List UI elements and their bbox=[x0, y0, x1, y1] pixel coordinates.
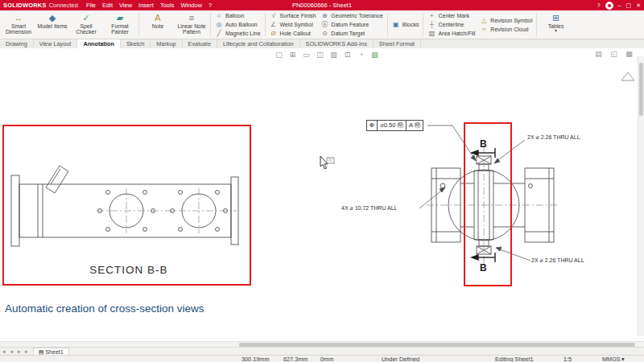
button-label: Revision Symbol bbox=[490, 18, 532, 23]
highlight-box-section-view bbox=[2, 125, 251, 286]
revision-symbol-button[interactable]: △ Revision Symbol bbox=[480, 16, 532, 24]
button-label: Model Items bbox=[37, 23, 67, 29]
graphics-area[interactable]: ▢ ⊞ ▭ ◫ ▥ ⊡ ◔ ▧ ▤ ◱ ▦ SECTION B-B B B 2X… bbox=[0, 48, 644, 341]
button-label: Linear Note Pattern bbox=[175, 23, 208, 35]
hole-callout-bottom-right[interactable]: 2X ⌀ 2.26 THRU ALL bbox=[531, 257, 584, 264]
next-sheet-icon[interactable]: ► bbox=[15, 349, 23, 354]
ribbon-separator bbox=[210, 13, 211, 36]
browser-pane-icon[interactable]: ▤ bbox=[593, 49, 604, 59]
area-hatch-fill-icon: ▨ bbox=[427, 30, 436, 37]
tables-icon: ⊞ bbox=[552, 13, 559, 23]
balloon-button[interactable]: ○ Balloon bbox=[215, 12, 261, 20]
button-label: Balloon bbox=[225, 13, 244, 19]
blocks-button[interactable]: ▣ Blocks bbox=[392, 21, 419, 29]
menu-tools[interactable]: Tools bbox=[160, 2, 175, 9]
spell-checker-button[interactable]: ✓ Spell Checker bbox=[69, 11, 103, 38]
tab-view-layout[interactable]: View Layout bbox=[34, 39, 78, 48]
feature-control-frame[interactable]: ⊕ ⌀0.50 Ⓜ A Ⓜ bbox=[366, 120, 423, 131]
tab-drawing[interactable]: Drawing bbox=[0, 39, 34, 48]
area-hatch-fill-button[interactable]: ▨ Area Hatch/Fill bbox=[427, 30, 475, 38]
view-orientation-icon[interactable]: ▥ bbox=[328, 50, 339, 60]
section-view-icon[interactable]: ◫ bbox=[315, 50, 325, 60]
menu-insert[interactable]: Insert bbox=[138, 2, 154, 9]
sheet-scale: 1:5 bbox=[564, 356, 572, 362]
menu-window[interactable]: Window bbox=[180, 2, 202, 9]
sheet-tab-label: Sheet1 bbox=[45, 349, 63, 355]
hide-show-items-icon[interactable]: ◔ bbox=[356, 50, 366, 60]
menu-file[interactable]: File bbox=[86, 2, 96, 9]
window-controls: ? – ▢ ✕ bbox=[597, 0, 641, 10]
brand-suffix: Connected bbox=[49, 2, 78, 9]
button-label: Datum Target bbox=[331, 31, 365, 36]
centerline-button[interactable]: ┼ Centerline bbox=[427, 21, 475, 29]
hole-callout-left[interactable]: 4X ⌀ 10.72 THRU ALL bbox=[341, 205, 397, 212]
command-manager-ribbon: ↔ Smart Dimension ◆ Model Items ✓ Spell … bbox=[0, 10, 644, 39]
vertical-scrollbar[interactable] bbox=[638, 56, 644, 336]
task-pane-icon[interactable]: ▦ bbox=[624, 49, 634, 59]
hole-callout-top-right[interactable]: 2X ⌀ 2.26 THRU ALL bbox=[527, 134, 580, 141]
previous-sheet-icon[interactable]: ◄ bbox=[7, 349, 14, 354]
model-items-button[interactable]: ◆ Model Items bbox=[35, 11, 69, 38]
previous-view-icon[interactable]: ▭ bbox=[301, 50, 312, 60]
center-mark-button[interactable]: + Center Mark bbox=[427, 12, 475, 20]
model-items-icon: ◆ bbox=[49, 13, 56, 23]
geometric-tolerance-icon: ⊕ bbox=[320, 12, 328, 19]
datum-target-button[interactable]: ⊙ Datum Target bbox=[320, 30, 382, 38]
minimize-icon[interactable]: – bbox=[618, 0, 621, 10]
linear-note-pattern-button[interactable]: ≡ Linear Note Pattern bbox=[175, 11, 208, 38]
view-settings-icon[interactable]: ▧ bbox=[369, 50, 380, 60]
close-icon[interactable]: ✕ bbox=[636, 0, 641, 10]
vertical-scrollbar-thumb[interactable] bbox=[639, 63, 643, 116]
datum-target-icon: ⊙ bbox=[320, 30, 328, 37]
tab-solidworks-add-ins[interactable]: SOLIDWORKS Add-Ins bbox=[300, 39, 374, 48]
spell-checker-icon: ✓ bbox=[82, 13, 89, 23]
units-selector[interactable]: MMGS bbox=[602, 356, 621, 362]
solidworks-logo: SOLIDWORKS bbox=[3, 2, 47, 9]
sketch-state: Under Defined bbox=[382, 356, 419, 362]
display-style-icon[interactable]: ⊡ bbox=[342, 50, 353, 60]
revision-cloud-button[interactable]: ≈ Revision Cloud bbox=[480, 25, 532, 33]
smart-dimension-button[interactable]: ↔ Smart Dimension bbox=[2, 11, 35, 38]
button-label: Geometric Tolerance bbox=[331, 13, 382, 19]
surface-finish-button[interactable]: √ Surface Finish bbox=[270, 12, 316, 20]
last-sheet-icon[interactable]: ► bbox=[23, 349, 30, 354]
geometric-tolerance-button[interactable]: ⊕ Geometric Tolerance bbox=[320, 12, 382, 20]
button-label: Area Hatch/Fill bbox=[438, 31, 475, 36]
magnetic-line-button[interactable]: ╱ Magnetic Line bbox=[215, 30, 261, 38]
units-caret-icon[interactable]: ▾ bbox=[621, 356, 625, 362]
maximize-icon[interactable]: ▢ bbox=[626, 0, 632, 10]
tab-lifecycle-collaboration[interactable]: Lifecycle and Collaboration bbox=[217, 39, 300, 48]
zoom-area-icon[interactable]: ⊞ bbox=[287, 50, 298, 60]
auto-balloon-button[interactable]: ◎ Auto Balloon bbox=[215, 21, 261, 29]
zoom-fit-icon[interactable]: ▢ bbox=[274, 50, 284, 60]
ribbon-separator bbox=[138, 13, 139, 36]
tab-sheet-format[interactable]: Sheet Format bbox=[374, 39, 421, 48]
user-avatar[interactable] bbox=[605, 2, 613, 10]
horizontal-scrollbar[interactable] bbox=[0, 341, 644, 347]
weld-symbol-icon: ∠ bbox=[270, 21, 278, 28]
menu-edit[interactable]: Edit bbox=[102, 2, 113, 9]
chevron-down-icon: ▾ bbox=[555, 29, 557, 33]
tab-annotation[interactable]: Annotation bbox=[77, 39, 121, 48]
menu-help[interactable]: ? bbox=[208, 2, 212, 9]
section-letter-top: B bbox=[480, 138, 487, 150]
format-painter-button[interactable]: ▰ Format Painter bbox=[103, 11, 137, 38]
linear-note-pattern-icon: ≡ bbox=[189, 13, 194, 23]
fullscreen-icon[interactable]: ◱ bbox=[609, 49, 619, 59]
ribbon-separator bbox=[265, 13, 266, 36]
note-button[interactable]: A Note bbox=[141, 11, 175, 38]
tables-button[interactable]: ⊞ Tables ▾ bbox=[539, 11, 572, 38]
datum-feature-button[interactable]: Ⓐ Datum Feature bbox=[320, 21, 382, 29]
first-sheet-icon[interactable]: ◄ bbox=[0, 349, 7, 354]
button-label: Revision Cloud bbox=[490, 27, 528, 32]
tab-sketch[interactable]: Sketch bbox=[121, 39, 151, 48]
menu-view[interactable]: View bbox=[119, 2, 132, 9]
hole-callout-button[interactable]: Ø Hole Callout bbox=[270, 30, 316, 38]
button-label: Center Mark bbox=[438, 13, 469, 19]
tab-markup[interactable]: Markup bbox=[151, 39, 182, 48]
help-icon[interactable]: ? bbox=[597, 0, 601, 10]
editing-status: Editing Sheet1 bbox=[495, 356, 533, 362]
weld-symbol-button[interactable]: ∠ Weld Symbol bbox=[270, 21, 316, 29]
button-label: Format Painter bbox=[103, 23, 137, 35]
tab-evaluate[interactable]: Evaluate bbox=[183, 39, 217, 48]
